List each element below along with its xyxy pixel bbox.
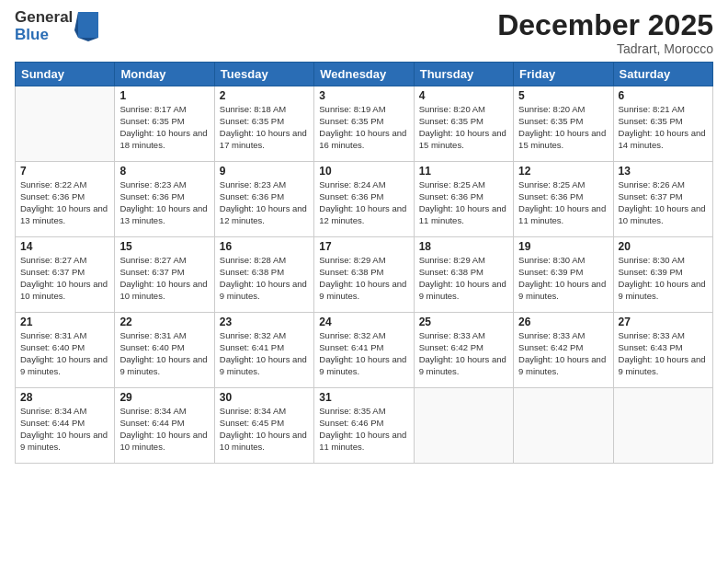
day-number: 17 (319, 240, 408, 253)
calendar-cell (613, 388, 712, 464)
calendar-cell: 10Sunrise: 8:24 AM Sunset: 6:36 PM Dayli… (314, 162, 414, 237)
svg-marker-2 (78, 38, 98, 41)
day-info: Sunrise: 8:35 AM Sunset: 6:46 PM Dayligh… (319, 406, 408, 453)
day-info: Sunrise: 8:23 AM Sunset: 6:36 PM Dayligh… (119, 179, 209, 226)
day-info: Sunrise: 8:33 AM Sunset: 6:42 PM Dayligh… (419, 330, 508, 377)
day-info: Sunrise: 8:27 AM Sunset: 6:37 PM Dayligh… (20, 255, 109, 302)
col-thursday: Thursday (414, 63, 513, 86)
calendar-cell: 13Sunrise: 8:26 AM Sunset: 6:37 PM Dayli… (613, 162, 712, 237)
calendar-table: Sunday Monday Tuesday Wednesday Thursday… (15, 62, 713, 464)
day-info: Sunrise: 8:34 AM Sunset: 6:44 PM Dayligh… (119, 406, 209, 453)
day-info: Sunrise: 8:34 AM Sunset: 6:44 PM Dayligh… (20, 406, 109, 453)
day-number: 5 (518, 89, 608, 102)
col-monday: Monday (115, 63, 214, 86)
col-tuesday: Tuesday (214, 63, 313, 86)
day-info: Sunrise: 8:20 AM Sunset: 6:35 PM Dayligh… (419, 104, 508, 151)
calendar-week-row: 14Sunrise: 8:27 AM Sunset: 6:37 PM Dayli… (16, 237, 713, 313)
day-number: 31 (319, 391, 408, 404)
day-info: Sunrise: 8:27 AM Sunset: 6:37 PM Dayligh… (119, 255, 209, 302)
calendar-cell: 8Sunrise: 8:23 AM Sunset: 6:36 PM Daylig… (115, 162, 214, 237)
day-number: 4 (419, 89, 508, 102)
col-friday: Friday (514, 63, 613, 86)
day-number: 23 (220, 316, 309, 328)
calendar-cell: 11Sunrise: 8:25 AM Sunset: 6:36 PM Dayli… (414, 162, 513, 237)
day-info: Sunrise: 8:31 AM Sunset: 6:40 PM Dayligh… (20, 330, 109, 377)
day-info: Sunrise: 8:30 AM Sunset: 6:39 PM Dayligh… (619, 255, 708, 302)
calendar-cell: 2Sunrise: 8:18 AM Sunset: 6:35 PM Daylig… (214, 86, 313, 162)
calendar-cell: 4Sunrise: 8:20 AM Sunset: 6:35 PM Daylig… (414, 86, 513, 162)
day-number: 1 (119, 89, 209, 102)
day-number: 19 (518, 240, 608, 253)
day-info: Sunrise: 8:28 AM Sunset: 6:38 PM Dayligh… (220, 255, 309, 302)
day-info: Sunrise: 8:33 AM Sunset: 6:42 PM Dayligh… (518, 330, 608, 377)
day-number: 30 (220, 391, 309, 404)
calendar-week-row: 7Sunrise: 8:22 AM Sunset: 6:36 PM Daylig… (16, 162, 713, 237)
svg-marker-1 (74, 12, 78, 38)
day-number: 25 (419, 316, 508, 328)
day-info: Sunrise: 8:34 AM Sunset: 6:45 PM Dayligh… (220, 406, 309, 453)
calendar-cell: 30Sunrise: 8:34 AM Sunset: 6:45 PM Dayli… (214, 388, 313, 464)
day-info: Sunrise: 8:29 AM Sunset: 6:38 PM Dayligh… (419, 255, 508, 302)
calendar-cell: 16Sunrise: 8:28 AM Sunset: 6:38 PM Dayli… (214, 237, 313, 313)
day-info: Sunrise: 8:17 AM Sunset: 6:35 PM Dayligh… (119, 104, 209, 151)
calendar-cell: 12Sunrise: 8:25 AM Sunset: 6:36 PM Dayli… (514, 162, 613, 237)
calendar-cell (16, 86, 115, 162)
page-header: General Blue December 2025 Tadrart, Moro… (15, 9, 713, 56)
day-number: 6 (619, 89, 708, 102)
calendar-cell: 28Sunrise: 8:34 AM Sunset: 6:44 PM Dayli… (16, 388, 115, 464)
day-number: 7 (20, 165, 109, 178)
logo-general: General (15, 9, 73, 27)
day-info: Sunrise: 8:30 AM Sunset: 6:39 PM Dayligh… (518, 255, 608, 302)
calendar-week-row: 28Sunrise: 8:34 AM Sunset: 6:44 PM Dayli… (16, 388, 713, 464)
calendar-cell: 7Sunrise: 8:22 AM Sunset: 6:36 PM Daylig… (16, 162, 115, 237)
day-number: 26 (518, 316, 608, 328)
calendar-cell: 26Sunrise: 8:33 AM Sunset: 6:42 PM Dayli… (514, 313, 613, 388)
title-block: December 2025 Tadrart, Morocco (497, 9, 713, 56)
day-number: 24 (319, 316, 408, 328)
day-info: Sunrise: 8:33 AM Sunset: 6:43 PM Dayligh… (619, 330, 708, 377)
day-number: 29 (119, 391, 209, 404)
day-number: 10 (319, 165, 408, 178)
calendar-cell: 24Sunrise: 8:32 AM Sunset: 6:41 PM Dayli… (314, 313, 414, 388)
day-info: Sunrise: 8:32 AM Sunset: 6:41 PM Dayligh… (319, 330, 408, 377)
weekday-header-row: Sunday Monday Tuesday Wednesday Thursday… (16, 63, 713, 86)
day-number: 8 (119, 165, 209, 178)
calendar-cell (414, 388, 513, 464)
calendar-cell: 21Sunrise: 8:31 AM Sunset: 6:40 PM Dayli… (16, 313, 115, 388)
calendar-cell: 5Sunrise: 8:20 AM Sunset: 6:35 PM Daylig… (514, 86, 613, 162)
calendar-cell: 27Sunrise: 8:33 AM Sunset: 6:43 PM Dayli… (613, 313, 712, 388)
day-info: Sunrise: 8:26 AM Sunset: 6:37 PM Dayligh… (619, 179, 708, 226)
day-number: 20 (619, 240, 708, 253)
calendar-week-row: 1Sunrise: 8:17 AM Sunset: 6:35 PM Daylig… (16, 86, 713, 162)
day-number: 28 (20, 391, 109, 404)
col-wednesday: Wednesday (314, 63, 414, 86)
day-info: Sunrise: 8:19 AM Sunset: 6:35 PM Dayligh… (319, 104, 408, 151)
calendar-cell (514, 388, 613, 464)
day-info: Sunrise: 8:25 AM Sunset: 6:36 PM Dayligh… (419, 179, 508, 226)
calendar-cell: 14Sunrise: 8:27 AM Sunset: 6:37 PM Dayli… (16, 237, 115, 313)
day-number: 13 (619, 165, 708, 178)
calendar-cell: 17Sunrise: 8:29 AM Sunset: 6:38 PM Dayli… (314, 237, 414, 313)
calendar-cell: 20Sunrise: 8:30 AM Sunset: 6:39 PM Dayli… (613, 237, 712, 313)
calendar-cell: 3Sunrise: 8:19 AM Sunset: 6:35 PM Daylig… (314, 86, 414, 162)
calendar-cell: 15Sunrise: 8:27 AM Sunset: 6:37 PM Dayli… (115, 237, 214, 313)
calendar-cell: 22Sunrise: 8:31 AM Sunset: 6:40 PM Dayli… (115, 313, 214, 388)
day-info: Sunrise: 8:20 AM Sunset: 6:35 PM Dayligh… (518, 104, 608, 151)
calendar-cell: 23Sunrise: 8:32 AM Sunset: 6:41 PM Dayli… (214, 313, 313, 388)
day-info: Sunrise: 8:21 AM Sunset: 6:35 PM Dayligh… (619, 104, 708, 151)
day-number: 14 (20, 240, 109, 253)
calendar-cell: 1Sunrise: 8:17 AM Sunset: 6:35 PM Daylig… (115, 86, 214, 162)
day-info: Sunrise: 8:22 AM Sunset: 6:36 PM Dayligh… (20, 179, 109, 226)
col-saturday: Saturday (613, 63, 712, 86)
logo-blue: Blue (15, 27, 73, 44)
day-info: Sunrise: 8:29 AM Sunset: 6:38 PM Dayligh… (319, 255, 408, 302)
day-info: Sunrise: 8:31 AM Sunset: 6:40 PM Dayligh… (119, 330, 209, 377)
day-number: 21 (20, 316, 109, 328)
calendar-page: General Blue December 2025 Tadrart, Moro… (0, 0, 728, 563)
svg-marker-0 (78, 12, 98, 38)
month-title: December 2025 (497, 9, 713, 41)
calendar-week-row: 21Sunrise: 8:31 AM Sunset: 6:40 PM Dayli… (16, 313, 713, 388)
day-number: 16 (220, 240, 309, 253)
logo-icon (74, 12, 98, 41)
day-number: 3 (319, 89, 408, 102)
